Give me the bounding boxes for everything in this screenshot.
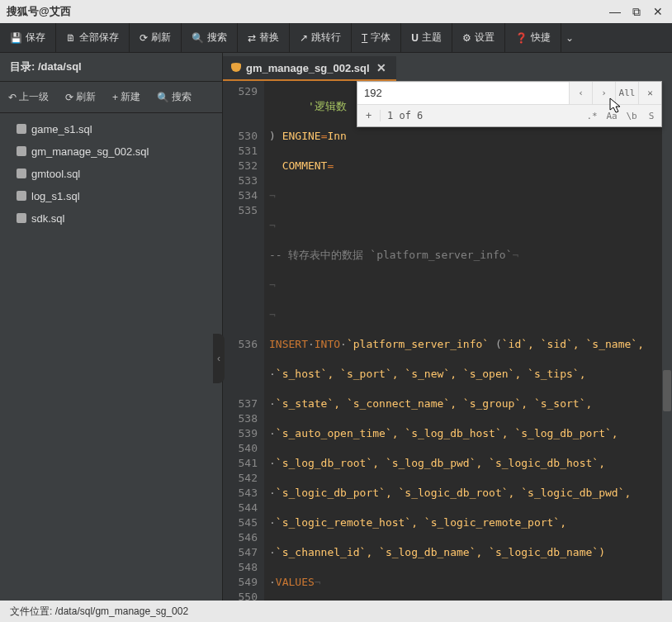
- find-expand-button[interactable]: +: [357, 110, 381, 121]
- file-list: game_s1.sql gm_manage_sg_002.sql gmtool.…: [0, 113, 222, 601]
- replace-button[interactable]: ⇄替换: [238, 23, 290, 53]
- main-toolbar: 💾保存 🗎全部保存 ⟳刷新 🔍搜索 ⇄替换 ↗跳转行 T字体 U主题 ⚙设置 ❓…: [0, 23, 672, 53]
- line-numbers: 529 530531532533534535 536 5375385395405…: [223, 81, 264, 601]
- sidebar-search-button[interactable]: 🔍搜索: [149, 85, 200, 109]
- sidebar-collapse-handle[interactable]: ‹: [213, 334, 225, 383]
- find-selection-toggle[interactable]: S: [641, 111, 661, 121]
- vertical-scrollbar[interactable]: [662, 81, 672, 601]
- find-close-button[interactable]: ✕: [638, 82, 661, 105]
- tab-filename: gm_manage_sg_002.sql: [246, 62, 370, 74]
- maximize-button[interactable]: ⧉: [629, 4, 644, 19]
- quick-button[interactable]: ❓快捷: [505, 23, 561, 53]
- goto-button[interactable]: ↗跳转行: [290, 23, 352, 53]
- code-editor[interactable]: 529 530531532533534535 536 5375385395405…: [223, 81, 672, 601]
- status-bar: 文件位置: /data/sql/gm_manage_sg_002: [0, 601, 672, 622]
- font-icon: T: [362, 32, 367, 44]
- file-tab[interactable]: gm_manage_sg_002.sql ✕: [223, 56, 396, 81]
- find-prev-button[interactable]: ‹: [569, 82, 592, 105]
- save-all-icon: 🗎: [66, 32, 76, 44]
- theme-icon: U: [411, 32, 419, 44]
- sidebar-path: 目录: /data/sql: [0, 53, 222, 82]
- search-icon: 🔍: [157, 92, 169, 103]
- replace-icon: ⇄: [248, 32, 256, 44]
- find-all-button[interactable]: All: [615, 82, 638, 105]
- minimize-button[interactable]: —: [608, 4, 622, 19]
- file-item[interactable]: sdk.sql: [0, 207, 222, 230]
- plus-icon: +: [112, 92, 118, 103]
- refresh-icon: ⟳: [65, 92, 73, 103]
- file-item[interactable]: gm_manage_sg_002.sql: [0, 140, 222, 163]
- find-word-toggle[interactable]: \b: [622, 111, 641, 121]
- status-label: 文件位置:: [10, 605, 52, 619]
- gear-icon: ⚙: [462, 32, 471, 44]
- status-path: /data/sql/gm_manage_sg_002: [55, 605, 188, 617]
- sql-file-icon: [231, 63, 241, 73]
- font-button[interactable]: T字体: [352, 23, 401, 53]
- file-item[interactable]: gmtool.sql: [0, 163, 222, 185]
- goto-icon: ↗: [300, 32, 308, 44]
- toolbar-overflow[interactable]: ⌄: [561, 32, 578, 44]
- up-icon: ↶: [8, 92, 17, 103]
- window-title: 搜狐号@艾西: [7, 4, 601, 19]
- find-panel: ‹ › All ✕ + 1 of 6 .* Aa \b S: [357, 81, 662, 127]
- refresh-icon: ⟳: [140, 32, 148, 44]
- tab-bar: gm_manage_sg_002.sql ✕: [223, 53, 672, 81]
- sidebar-new-button[interactable]: +新建: [104, 85, 149, 109]
- save-all-button[interactable]: 🗎全部保存: [56, 23, 130, 53]
- search-icon: 🔍: [192, 32, 204, 44]
- find-input[interactable]: [357, 83, 569, 104]
- sidebar: 目录: /data/sql ↶上一级 ⟳刷新 +新建 🔍搜索 game_s1.s…: [0, 53, 223, 601]
- scrollbar-thumb[interactable]: [663, 370, 671, 411]
- save-icon: 💾: [10, 32, 22, 44]
- close-window-button[interactable]: ✕: [651, 4, 665, 19]
- tab-close-button[interactable]: ✕: [375, 61, 388, 74]
- find-case-toggle[interactable]: Aa: [602, 111, 622, 121]
- find-regex-toggle[interactable]: .*: [582, 111, 602, 121]
- titlebar: 搜狐号@艾西 — ⧉ ✕: [0, 0, 672, 23]
- sidebar-up-button[interactable]: ↶上一级: [0, 85, 57, 109]
- code-content[interactable]: '逻辑数 ) ENGINE=Inn COMMENT= ¬ ¬ -- 转存表中的数…: [264, 81, 672, 601]
- sidebar-tools: ↶上一级 ⟳刷新 +新建 🔍搜索: [0, 82, 222, 113]
- find-next-button[interactable]: ›: [592, 82, 615, 105]
- refresh-button[interactable]: ⟳刷新: [130, 23, 182, 53]
- help-icon: ❓: [515, 32, 528, 44]
- file-item[interactable]: game_s1.sql: [0, 118, 222, 140]
- find-match-count: 1 of 6: [381, 110, 582, 121]
- theme-button[interactable]: U主题: [401, 23, 452, 53]
- settings-button[interactable]: ⚙设置: [452, 23, 505, 53]
- search-button[interactable]: 🔍搜索: [182, 23, 238, 53]
- save-button[interactable]: 💾保存: [0, 23, 56, 53]
- sidebar-refresh-button[interactable]: ⟳刷新: [57, 85, 104, 109]
- editor-area: gm_manage_sg_002.sql ✕ 529 5305315325335…: [223, 53, 672, 601]
- file-item[interactable]: log_s1.sql: [0, 185, 222, 207]
